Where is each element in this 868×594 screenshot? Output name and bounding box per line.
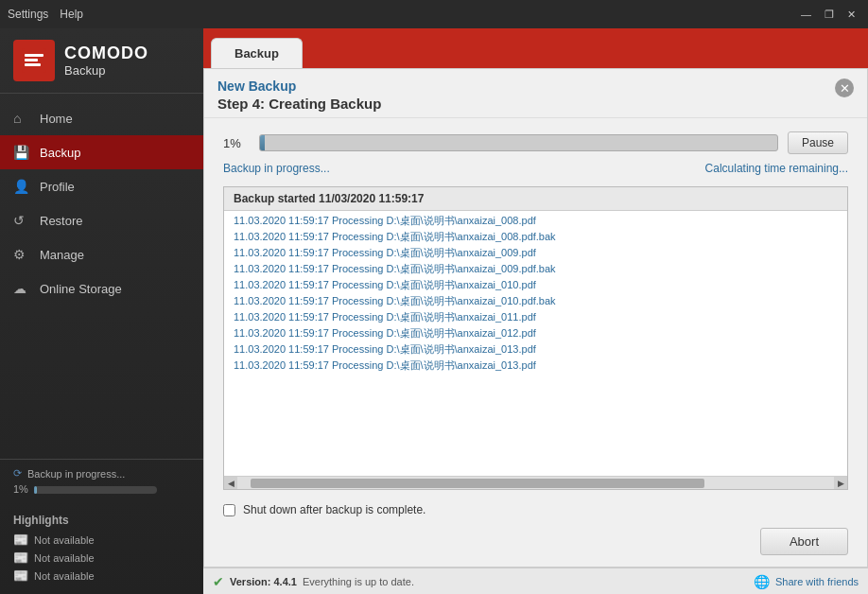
sidebar-item-profile-label: Profile <box>40 180 75 194</box>
progress-section: 1% Pause Backup in progress... Calculati… <box>204 118 867 183</box>
sidebar-status-label: Backup in progress... <box>27 468 125 480</box>
sidebar-item-backup[interactable]: 💾 Backup <box>0 135 203 169</box>
abort-button[interactable]: Abort <box>760 528 848 555</box>
shutdown-checkbox[interactable] <box>223 504 235 516</box>
restore-button[interactable]: ❐ <box>820 7 839 23</box>
sidebar-item-home-label: Home <box>40 112 73 126</box>
close-button[interactable]: ✕ <box>842 7 860 23</box>
log-body[interactable]: 11.03.2020 11:59:17 Processing D:\桌面\说明书… <box>224 211 847 476</box>
sidebar-item-profile[interactable]: 👤 Profile <box>0 169 203 203</box>
tab-bar: Backup <box>203 28 868 68</box>
log-entry-3: 11.03.2020 11:59:17 Processing D:\桌面\说明书… <box>224 261 847 277</box>
hscroll-track <box>237 478 834 489</box>
sidebar-item-manage[interactable]: ⚙ Manage <box>0 237 203 271</box>
status-bar: ✔ Version: 4.4.1 Everything is up to dat… <box>203 568 868 594</box>
backup-icon: 💾 <box>13 145 30 160</box>
scroll-right-arrow[interactable]: ▶ <box>834 477 847 490</box>
action-row: Abort <box>204 522 867 567</box>
svg-rect-1 <box>25 54 43 57</box>
progress-bar-fill <box>260 135 265 150</box>
main-content: Backup New Backup Step 4: Creating Backu… <box>203 28 868 594</box>
highlight-item-2: 📰 Not available <box>13 550 190 565</box>
svg-rect-2 <box>25 59 38 61</box>
log-entry-8: 11.03.2020 11:59:17 Processing D:\桌面\说明书… <box>224 341 847 358</box>
progress-percent: 1% <box>223 136 250 150</box>
log-entry-2: 11.03.2020 11:59:17 Processing D:\桌面\说明书… <box>224 245 847 261</box>
highlights-title: Highlights <box>13 514 190 527</box>
sidebar-item-backup-label: Backup <box>40 146 80 160</box>
title-bar: Settings Help — ❐ ✕ <box>0 0 868 28</box>
settings-link[interactable]: Settings <box>8 8 48 21</box>
progress-row: 1% Pause <box>223 131 848 154</box>
manage-icon: ⚙ <box>13 247 30 262</box>
panel-header: New Backup Step 4: Creating Backup ✕ <box>204 69 867 118</box>
minimize-button[interactable]: — <box>796 7 816 23</box>
log-entry-5: 11.03.2020 11:59:17 Processing D:\桌面\说明书… <box>224 293 847 309</box>
title-bar-links: Settings Help <box>8 8 83 21</box>
title-bar-controls: — ❐ ✕ <box>796 7 860 23</box>
home-icon: ⌂ <box>13 111 30 126</box>
sidebar-highlights: Highlights 📰 Not available 📰 Not availab… <box>0 506 203 594</box>
online-storage-icon: ☁ <box>13 281 30 296</box>
status-version: Version: 4.4.1 <box>230 576 297 587</box>
sidebar-status-icon: ⟳ <box>13 467 22 480</box>
status-left: ✔ Version: 4.4.1 Everything is up to dat… <box>213 574 414 589</box>
logo-title: COMODO <box>64 44 148 63</box>
sidebar-item-manage-label: Manage <box>40 248 84 262</box>
sidebar-status: ⟳ Backup in progress... 1% <box>0 459 203 506</box>
log-entry-4: 11.03.2020 11:59:17 Processing D:\桌面\说明书… <box>224 277 847 293</box>
sidebar-status-row: ⟳ Backup in progress... <box>13 467 190 480</box>
highlight-icon-2: 📰 <box>13 550 28 565</box>
title-bar-left: Settings Help <box>8 8 83 21</box>
sidebar-item-online-storage-label: Online Storage <box>40 282 122 296</box>
shutdown-label[interactable]: Shut down after backup is complete. <box>243 503 425 516</box>
status-right[interactable]: 🌐 Share with friends <box>754 574 859 589</box>
content-panel: New Backup Step 4: Creating Backup ✕ 1% … <box>203 68 868 568</box>
sidebar-progress-fill <box>34 486 37 494</box>
help-link[interactable]: Help <box>60 8 83 21</box>
sidebar-nav: ⌂ Home 💾 Backup 👤 Profile ↺ Restore ⚙ Ma… <box>0 94 203 459</box>
share-label[interactable]: Share with friends <box>775 576 859 587</box>
panel-titles: New Backup Step 4: Creating Backup <box>217 79 381 112</box>
sidebar-logo: COMODO Backup <box>0 28 203 94</box>
highlight-icon-3: 📰 <box>13 568 28 583</box>
svg-rect-3 <box>25 63 41 66</box>
app-container: COMODO Backup ⌂ Home 💾 Backup 👤 Profile … <box>0 28 868 594</box>
logo-icon <box>13 40 55 81</box>
restore-icon: ↺ <box>13 213 30 228</box>
sidebar-status-percent-row: 1% <box>13 483 190 495</box>
sidebar-item-home[interactable]: ⌂ Home <box>0 101 203 135</box>
sidebar-item-online-storage[interactable]: ☁ Online Storage <box>0 271 203 306</box>
backup-tab[interactable]: Backup <box>211 38 303 68</box>
highlight-label-2: Not available <box>34 552 95 564</box>
hscroll-thumb[interactable] <box>251 479 704 488</box>
highlight-icon-1: 📰 <box>13 533 28 547</box>
share-icon: 🌐 <box>754 574 770 589</box>
profile-icon: 👤 <box>13 179 30 194</box>
status-update: Everything is up to date. <box>303 576 414 587</box>
highlight-item-3: 📰 Not available <box>13 568 190 583</box>
log-entry-6: 11.03.2020 11:59:17 Processing D:\桌面\说明书… <box>224 309 847 325</box>
highlight-item-1: 📰 Not available <box>13 533 190 547</box>
log-header: Backup started 11/03/2020 11:59:17 <box>224 187 847 211</box>
close-panel-button[interactable]: ✕ <box>835 79 854 97</box>
backup-tab-label: Backup <box>234 46 279 61</box>
log-box: Backup started 11/03/2020 11:59:17 11.03… <box>223 186 848 490</box>
logo-subtitle: Backup <box>64 63 148 78</box>
progress-bar <box>259 134 778 151</box>
sidebar-item-restore[interactable]: ↺ Restore <box>0 203 203 237</box>
pause-button[interactable]: Pause <box>788 131 848 154</box>
sidebar-status-percent: 1% <box>13 483 28 495</box>
sidebar: COMODO Backup ⌂ Home 💾 Backup 👤 Profile … <box>0 28 203 594</box>
log-entry-1: 11.03.2020 11:59:17 Processing D:\桌面\说明书… <box>224 229 847 245</box>
scroll-left-arrow[interactable]: ◀ <box>224 477 237 490</box>
status-check-icon: ✔ <box>213 574 224 589</box>
time-remaining: Calculating time remaining... <box>705 162 848 175</box>
progress-info: Backup in progress... Calculating time r… <box>223 162 848 175</box>
log-entry-7: 11.03.2020 11:59:17 Processing D:\桌面\说明书… <box>224 325 847 341</box>
log-hscrollbar[interactable]: ◀ ▶ <box>224 476 847 489</box>
log-entry-0: 11.03.2020 11:59:17 Processing D:\桌面\说明书… <box>224 213 847 229</box>
panel-title: New Backup <box>217 79 381 94</box>
checkbox-row: Shut down after backup is complete. <box>204 498 867 522</box>
sidebar-item-restore-label: Restore <box>40 214 83 228</box>
